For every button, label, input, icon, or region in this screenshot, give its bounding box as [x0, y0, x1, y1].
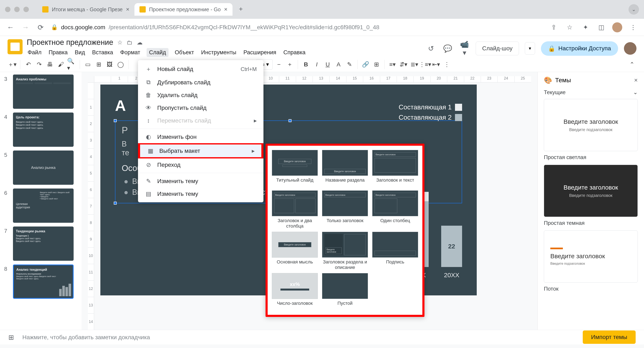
browser-tab-1[interactable]: Проектное предложение - Go ×: [134, 3, 232, 16]
zoom-button[interactable]: 🔍▾: [67, 60, 76, 69]
menu-format[interactable]: Формат: [120, 48, 141, 57]
tab-close-icon[interactable]: ×: [126, 6, 130, 13]
menu-item[interactable]: 👁Пропустить слайд: [138, 101, 264, 114]
highlight-button[interactable]: ✎: [345, 60, 354, 69]
theme-card-dark[interactable]: Введите заголовок Введите подзаголовок: [544, 165, 638, 217]
share-page-icon[interactable]: ⇪: [549, 23, 559, 31]
underline-button[interactable]: U: [323, 60, 332, 69]
numbered-list-button[interactable]: ≣▾: [410, 60, 419, 69]
slide-thumbnail[interactable]: Анализ тенденцийРезультаты исследованияВ…: [13, 265, 74, 299]
bookmark-icon[interactable]: ☆: [564, 23, 574, 31]
menu-item[interactable]: ⧉Дублировать слайд: [138, 76, 264, 89]
maximize-window-icon[interactable]: [24, 7, 29, 12]
layout-option[interactable]: Введите заголовокЗаголовок раздела и опи…: [322, 232, 368, 270]
theme-card-current[interactable]: Введите заголовок Введите подзаголовок: [544, 99, 638, 151]
account-avatar[interactable]: [624, 42, 636, 55]
menu-edit[interactable]: Правка: [48, 48, 68, 57]
cloud-status-icon[interactable]: ☁: [137, 39, 142, 46]
menu-view[interactable]: Вид: [74, 48, 86, 57]
forward-button[interactable]: →: [21, 23, 30, 31]
menu-item[interactable]: ▤Изменить тему: [138, 187, 264, 200]
shape-tool[interactable]: ◯: [116, 60, 125, 69]
slide-thumbnail[interactable]: Цель проекта:Введите свой текст здесьВве…: [13, 113, 74, 147]
profile-avatar[interactable]: [612, 22, 622, 32]
browser-tab-0[interactable]: Итоги месяца - Google Презе ×: [37, 3, 134, 16]
new-tab-button[interactable]: +: [235, 3, 247, 15]
layout-option[interactable]: Введите заголовокНазвание раздела: [322, 150, 368, 187]
slideshow-caret[interactable]: ▾: [525, 42, 535, 55]
menu-item[interactable]: ▦Выбрать макет▸: [138, 143, 264, 159]
font-plus[interactable]: +: [285, 60, 294, 69]
slide-thumbnail-panel[interactable]: 3Анализ проблемы4Цель проекта:Введите св…: [0, 72, 82, 330]
tabs-overflow-icon[interactable]: ⌄: [628, 4, 639, 15]
theme-card-flow[interactable]: Введите заголовок Введите подзаголовок: [544, 230, 638, 283]
menu-slide[interactable]: Слайд: [146, 48, 168, 57]
collapse-toolbar-icon[interactable]: ⌃: [627, 60, 636, 69]
layout-option[interactable]: xx%Число-заголовок: [272, 273, 318, 311]
close-icon[interactable]: ×: [634, 77, 638, 84]
layout-option[interactable]: Введите заголовокТолько заголовок: [322, 190, 368, 229]
extensions-icon[interactable]: ✦: [580, 23, 590, 31]
url-input[interactable]: 🔒 docs.google.com/presentation/d/1fURh5S…: [51, 24, 543, 31]
close-window-icon[interactable]: [5, 7, 10, 12]
reload-button[interactable]: ⟳: [36, 23, 45, 31]
line-spacing-button[interactable]: ⇵▾: [399, 60, 408, 69]
move-icon[interactable]: 🗀: [127, 39, 132, 46]
layout-option[interactable]: Введите заголовокОдин столбец: [372, 190, 418, 229]
bold-button[interactable]: B: [301, 60, 310, 69]
menu-help[interactable]: Справка: [282, 48, 306, 57]
image-tool[interactable]: 🖼: [105, 60, 114, 69]
share-button[interactable]: 🔒 Настройки Доступа: [541, 41, 618, 56]
italic-button[interactable]: I: [312, 60, 321, 69]
new-slide-button[interactable]: ＋▾: [8, 60, 17, 69]
menu-item[interactable]: 🗑Удалить слайд: [138, 89, 264, 101]
slide-thumbnail[interactable]: Анализ проблемы: [13, 75, 74, 109]
kebab-menu-icon[interactable]: ⋮: [628, 23, 638, 31]
doc-title[interactable]: Проектное предложение: [27, 38, 113, 47]
menu-tools[interactable]: Инструменты: [200, 48, 237, 57]
bulleted-list-button[interactable]: ⋮≡▾: [420, 60, 430, 69]
menu-insert[interactable]: Вставка: [91, 48, 114, 57]
layout-option[interactable]: Введите заголовокОсновная мысль: [272, 232, 318, 270]
speaker-notes-placeholder[interactable]: Нажмите, чтобы добавить заметки докладчи…: [22, 334, 636, 341]
paint-format-button[interactable]: 🖌: [56, 60, 66, 69]
slideshow-button[interactable]: Слайд-шоу: [476, 41, 519, 55]
sidepanel-icon[interactable]: ◫: [596, 23, 606, 31]
slide-thumbnail[interactable]: Целевая аудиторияВведите свой текст. Вве…: [13, 188, 74, 223]
comment-button[interactable]: ⊞: [372, 60, 381, 69]
themes-section-toggle[interactable]: Текущие ⌄: [544, 89, 638, 96]
textbox-tool[interactable]: ⊞: [94, 60, 103, 69]
layout-option[interactable]: Введите заголовокЗаголовок и текст: [372, 150, 418, 187]
more-button[interactable]: ⋮: [442, 60, 452, 69]
menu-item[interactable]: ＋Новый слайдCtrl+M: [138, 62, 264, 76]
menu-item[interactable]: ◐Изменить фон: [138, 131, 264, 143]
undo-button[interactable]: ↶: [24, 60, 33, 69]
tab-close-icon[interactable]: ×: [224, 6, 228, 13]
slide-thumbnail[interactable]: Анализ рынка: [13, 151, 74, 185]
redo-button[interactable]: ↷: [34, 60, 44, 69]
layout-option[interactable]: Подпись: [372, 232, 418, 270]
menu-file[interactable]: Файл: [27, 48, 42, 57]
align-button[interactable]: ≡▾: [388, 60, 397, 69]
link-button[interactable]: 🔗: [361, 60, 370, 69]
slides-logo-icon[interactable]: [8, 39, 22, 54]
comments-icon[interactable]: 💬: [442, 44, 453, 53]
layout-option[interactable]: Введите заголовокЗаголовок и два столбца: [272, 190, 318, 229]
minimize-window-icon[interactable]: [14, 7, 20, 12]
import-theme-button[interactable]: Импорт темы: [583, 331, 636, 344]
indent-button[interactable]: ⇤▾: [431, 60, 440, 69]
back-button[interactable]: ←: [6, 23, 15, 31]
font-minus[interactable]: −: [274, 60, 284, 69]
layout-option[interactable]: Пустой: [322, 273, 368, 311]
menu-item[interactable]: ⊘Переход: [138, 159, 264, 171]
history-icon[interactable]: ↺: [426, 44, 436, 53]
slide-thumbnail[interactable]: Тенденции рынкаТенденция 1Введите свой т…: [13, 226, 74, 261]
print-button[interactable]: 🖶: [45, 60, 54, 69]
text-color-button[interactable]: A: [334, 60, 343, 69]
menu-item[interactable]: ✎Изменить тему: [138, 175, 264, 187]
menu-extensions[interactable]: Расширения: [242, 48, 277, 57]
grid-view-icon[interactable]: ⊞: [8, 333, 14, 341]
meet-icon[interactable]: 📹▾: [459, 40, 470, 57]
star-icon[interactable]: ☆: [117, 39, 122, 46]
layout-option[interactable]: Введите заголовокТитульный слайд: [272, 150, 318, 187]
